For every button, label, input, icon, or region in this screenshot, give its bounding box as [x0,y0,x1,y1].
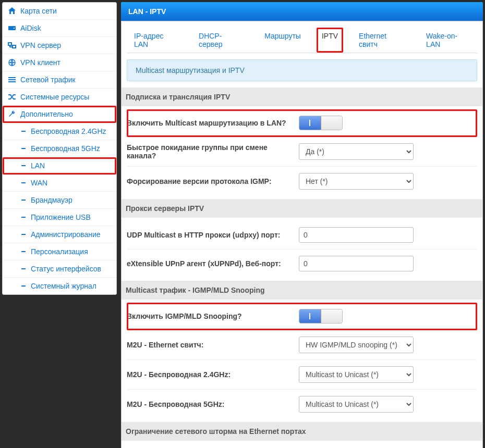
sidebar-item-personalization[interactable]: Персонализация [3,243,116,260]
sidebar-item-firewall[interactable]: Брандмауэр [3,192,116,209]
select-m2u-eth[interactable]: HW IGMP/MLD snooping (*) [299,337,414,353]
tabs: IP-адрес LAN DHCP-сервер Маршруты IPTV E… [127,21,477,53]
sidebar-item-label: Дополнительно [20,110,73,118]
label-multicast-routing: Включить Multicast маршрутизацию в LAN? [127,119,299,127]
section-storm: Ограничение сетевого шторма на Ethernet … [122,422,482,441]
toggle-igmp-snooping[interactable] [299,309,343,323]
input-udpxy-port[interactable] [299,227,414,243]
row-xupnpd-port: eXtensible UPnP агент (xUPNPd), Веб-порт… [127,250,477,278]
row-udpxy-port: UDP Multicast в HTTP прокси (udpxy) порт… [127,221,477,250]
page-title-bar: LAN - IPTV [121,2,483,21]
vpn-server-icon [8,41,16,49]
sidebar-item-label: WAN [31,179,47,187]
sidebar-item-aidisk[interactable]: AiDisk [3,20,116,37]
section-iptv-proxy: Прокси серверы IPTV [122,199,482,218]
dash-icon [21,234,26,235]
row-igmp-version: Форсирование версии протокола IGMP: Нет … [127,167,477,196]
sidebar-item-system-log[interactable]: Системный журнал [3,278,116,294]
select-fast-leave[interactable]: Да (*) [299,143,414,160]
row-broadcast-rate: Broadcast трафик (Мбит/с): [0..1000] [127,444,477,448]
sidebar-item-traffic[interactable]: Сетевой трафик [3,71,116,89]
dash-icon [21,148,26,149]
tab-iptv[interactable]: IPTV [317,28,343,53]
svg-rect-2 [8,43,11,45]
label-igmp-snooping: Включить IGMP/MLD Snooping? [127,312,299,320]
row-fast-leave: Быстрое покидание группы при смене канал… [127,137,477,167]
sidebar-item-label: Персонализация [31,247,88,256]
svg-rect-6 [8,79,16,80]
tab-lan-ip[interactable]: IP-адрес LAN [129,28,183,53]
svg-rect-7 [8,81,16,82]
row-m2u-eth: M2U - Ethernet свитч: HW IGMP/MLD snoopi… [127,330,477,360]
dash-icon [21,251,26,252]
sidebar-item-administration[interactable]: Администрирование [3,226,116,243]
sidebar-item-usb-app[interactable]: Приложение USB [3,209,116,226]
sidebar: Карта сети AiDisk VPN сервер VPN клиент … [0,0,119,448]
tab-wol[interactable]: Wake-on-LAN [421,28,475,53]
sidebar-item-label: Сетевой трафик [20,76,76,84]
label-igmp-version: Форсирование версии протокола IGMP: [127,177,299,185]
sidebar-item-wireless-5[interactable]: Беспроводная 5GHz [3,140,116,157]
wrench-icon [8,110,16,118]
disk-icon [8,24,16,32]
dash-icon [21,268,26,269]
row-m2u-5: M2U - Беспроводная 5GHz: Multicast to Un… [127,390,477,419]
sidebar-item-wan[interactable]: WAN [3,175,116,192]
sidebar-item-label: Статус интерфейсов [31,265,101,273]
row-m2u-24: M2U - Беспроводная 2.4GHz: Multicast to … [127,360,477,390]
label-m2u-eth: M2U - Ethernet свитч: [127,341,299,349]
dash-icon [21,131,26,132]
sidebar-item-label: Карта сети [20,7,57,15]
sidebar-item-wireless-24[interactable]: Беспроводная 2.4GHz [3,123,116,140]
sidebar-item-vpn-client[interactable]: VPN клиент [3,54,116,71]
label-xupnpd-port: eXtensible UPnP агент (xUPNPd), Веб-порт… [127,259,299,268]
label-fast-leave: Быстрое покидание группы при смене канал… [127,143,299,160]
bars-icon [8,76,16,84]
toggle-multicast-routing[interactable] [299,116,343,130]
sidebar-item-label: Беспроводная 5GHz [31,144,100,153]
label-m2u-5: M2U - Беспроводная 5GHz: [127,400,299,408]
sidebar-item-label: AiDisk [20,24,41,32]
svg-point-1 [14,28,15,29]
sidebar-item-label: VPN сервер [20,41,61,49]
home-icon [8,7,16,15]
sidebar-item-label: Системный журнал [31,282,96,290]
select-igmp-version[interactable]: Нет (*) [299,173,414,190]
sidebar-item-network-map[interactable]: Карта сети [3,3,116,20]
tab-routes[interactable]: Маршруты [259,28,306,53]
tab-dhcp[interactable]: DHCP-сервер [193,28,249,53]
shuffle-icon [8,93,16,101]
row-multicast-routing: Включить Multicast маршрутизацию в LAN? [127,109,477,137]
page-title: LAN - IPTV [128,7,166,16]
sidebar-item-system-resources[interactable]: Системные ресурсы [3,89,116,106]
row-igmp-snooping: Включить IGMP/MLD Snooping? [127,303,477,330]
svg-rect-3 [13,45,16,48]
sidebar-item-label: Администрирование [31,230,101,239]
dash-icon [21,165,26,166]
dash-icon [21,285,26,287]
dash-icon [21,200,26,201]
label-udpxy-port: UDP Multicast в HTTP прокси (udpxy) порт… [127,231,299,239]
label-m2u-24: M2U - Беспроводная 2.4GHz: [127,370,299,379]
dash-icon [21,217,26,218]
sidebar-item-label: VPN клиент [20,58,60,67]
dash-icon [21,182,26,183]
sidebar-item-label: Беспроводная 2.4GHz [31,127,106,135]
sidebar-item-vpn-server[interactable]: VPN сервер [3,37,116,54]
sidebar-item-label: Приложение USB [31,213,91,221]
svg-rect-5 [8,77,16,78]
section-iptv-sub: Подписка и трансляция IPTV [122,88,482,106]
section-snooping: Multicast трафик - IGMP/MLD Snooping [122,281,482,300]
sidebar-item-label: Системные ресурсы [20,93,89,101]
sidebar-item-advanced[interactable]: Дополнительно [3,106,116,123]
sidebar-item-interface-status[interactable]: Статус интерфейсов [3,260,116,278]
select-m2u-5[interactable]: Multicast to Unicast (*) [299,396,414,413]
tab-eth-switch[interactable]: Ethernet свитч [354,28,410,53]
sidebar-item-label: LAN [31,161,45,170]
info-box: Multicast маршрутизация и IPTV [127,59,477,81]
sidebar-item-lan[interactable]: LAN [3,157,116,175]
globe-icon [8,58,16,67]
input-xupnpd-port[interactable] [299,256,414,271]
select-m2u-24[interactable]: Multicast to Unicast (*) [299,366,414,383]
sidebar-item-label: Брандмауэр [31,196,72,204]
